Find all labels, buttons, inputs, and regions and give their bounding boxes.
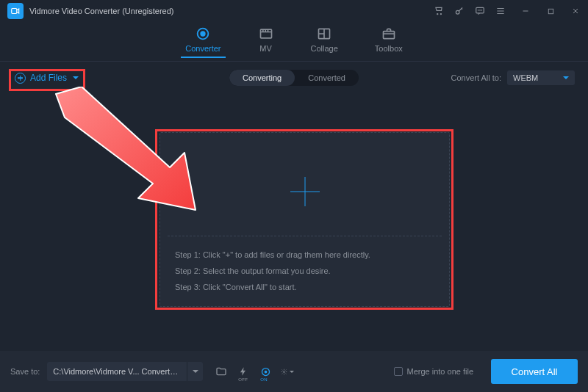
instruction-steps: Step 1: Click "+" to add files or drag t… — [175, 247, 434, 295]
svg-point-5 — [481, 10, 482, 11]
svg-point-3 — [478, 10, 478, 11]
save-to-label: Save to: — [10, 367, 40, 376]
menu-icon[interactable] — [495, 6, 506, 16]
svg-point-4 — [480, 10, 481, 11]
checkbox-icon — [394, 367, 403, 376]
tab-label: MV — [259, 44, 272, 53]
tab-converter[interactable]: Converter — [185, 26, 220, 57]
chevron-down-icon — [290, 371, 294, 373]
segment-converted[interactable]: Converted — [295, 70, 359, 86]
open-folder-button[interactable] — [215, 365, 228, 378]
close-button[interactable] — [570, 6, 581, 16]
save-path-field: C:\Vidmore\Vidmore V... Converter\Conver… — [47, 362, 203, 381]
high-speed-toggle[interactable]: ON — [259, 365, 272, 378]
svg-point-14 — [284, 371, 285, 372]
sub-toolbar: Add Files Converting Converted Convert A… — [0, 65, 588, 91]
convert-all-button[interactable]: Convert All — [491, 359, 578, 384]
chevron-down-icon — [193, 370, 198, 373]
svg-point-13 — [265, 371, 267, 373]
divider — [168, 236, 442, 236]
svg-rect-6 — [548, 9, 553, 13]
hw-off-label: OFF — [238, 377, 248, 382]
key-icon[interactable] — [454, 6, 465, 16]
step-text: Step 3: Click "Convert All" to start. — [175, 279, 434, 295]
tab-label: Collage — [311, 44, 338, 53]
plus-circle-icon — [15, 73, 26, 84]
save-path-value[interactable]: C:\Vidmore\Vidmore V... Converter\Conver… — [47, 367, 187, 376]
tab-label: Toolbox — [375, 44, 403, 53]
status-segment: Converting Converted — [229, 70, 359, 86]
cart-icon[interactable] — [434, 6, 444, 16]
app-logo — [7, 3, 24, 19]
main-area: Step 1: Click "+" to add files or drag t… — [0, 95, 588, 351]
step-text: Step 1: Click "+" to add files or drag t… — [175, 247, 434, 263]
add-files-label: Add Files — [30, 73, 67, 83]
merge-label: Merge into one file — [407, 367, 474, 376]
bottom-bar: Save to: C:\Vidmore\Vidmore V... Convert… — [0, 351, 588, 392]
step-text: Step 2: Select the output format you des… — [175, 263, 434, 279]
maximize-button[interactable] — [545, 6, 556, 16]
chevron-down-icon — [563, 76, 569, 79]
tab-label: Converter — [185, 44, 220, 53]
app-title: Vidmore Video Converter (Unregistered) — [29, 7, 173, 15]
add-files-button[interactable]: Add Files — [13, 70, 85, 87]
toolbox-icon — [381, 26, 397, 41]
svg-rect-11 — [383, 31, 394, 38]
output-format-value: WEBM — [513, 73, 538, 82]
svg-rect-0 — [12, 9, 17, 14]
svg-point-1 — [456, 10, 459, 14]
title-bar: Vidmore Video Converter (Unregistered) — [0, 0, 588, 22]
segment-converting[interactable]: Converting — [229, 70, 295, 86]
chevron-down-icon — [73, 76, 79, 79]
main-tabs: Converter MV Collage Toolbox — [0, 22, 588, 62]
save-path-dropdown[interactable] — [187, 362, 203, 381]
tab-mv[interactable]: MV — [258, 26, 274, 57]
convert-all-to-label: Convert All to: — [451, 73, 501, 82]
add-plus-icon[interactable] — [290, 177, 320, 206]
minimize-button[interactable] — [520, 6, 531, 16]
merge-checkbox[interactable]: Merge into one file — [394, 367, 474, 376]
tab-toolbox[interactable]: Toolbox — [375, 26, 403, 57]
tab-collage[interactable]: Collage — [311, 26, 338, 57]
collage-icon — [316, 26, 332, 41]
svg-point-8 — [201, 32, 206, 36]
drop-zone[interactable]: Step 1: Click "+" to add files or drag t… — [159, 132, 450, 307]
settings-button[interactable] — [281, 365, 294, 378]
hardware-accel-toggle[interactable]: OFF — [237, 365, 250, 378]
output-format-dropdown[interactable]: WEBM — [507, 70, 575, 85]
hs-on-label: ON — [260, 377, 268, 382]
mv-icon — [258, 26, 274, 41]
converter-icon — [195, 26, 211, 41]
feedback-icon[interactable] — [475, 6, 485, 16]
